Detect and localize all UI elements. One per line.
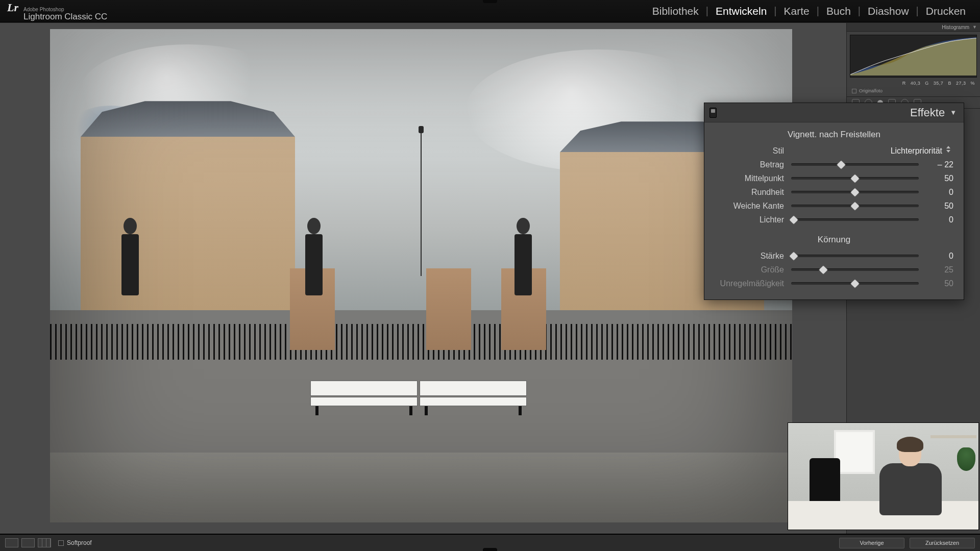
- panel-toggle-switch[interactable]: [709, 108, 717, 118]
- grain-slider-track[interactable]: [791, 282, 919, 285]
- histogram-readout: R 40,3 G 35,7 B 27,3 %: [847, 81, 980, 87]
- before-after-view-icon[interactable]: [21, 538, 35, 547]
- grain-slider-thumb[interactable]: [789, 251, 799, 261]
- vignette-slider-track[interactable]: [791, 218, 919, 221]
- collapse-icon: ▼: [972, 24, 977, 30]
- grain-slider-track[interactable]: [791, 268, 919, 271]
- vignette-slider-label: Betrag: [715, 160, 784, 169]
- vignette-slider-row: Betrag– 22: [715, 158, 953, 171]
- module-develop[interactable]: Entwickeln: [708, 5, 774, 17]
- vignette-slider-row: Weiche Kante50: [715, 199, 953, 213]
- module-picker: Bibliothek | Entwickeln | Karte | Buch |…: [645, 5, 973, 17]
- grain-slider-label: Stärke: [715, 252, 784, 261]
- vignette-slider-track[interactable]: [791, 163, 919, 166]
- compare-view-icon[interactable]: [38, 538, 51, 547]
- vignette-slider-label: Mittelpunkt: [715, 174, 784, 183]
- vignette-slider-value[interactable]: – 22: [926, 160, 953, 169]
- checkbox-icon: [58, 540, 64, 546]
- reset-button[interactable]: Zurücksetzen: [910, 538, 975, 548]
- vignette-slider-row: Mittelpunkt50: [715, 171, 953, 185]
- vignette-slider-track[interactable]: [791, 191, 919, 193]
- grain-slider-label: Unregelmäßigkeit: [715, 279, 784, 288]
- webcam-overlay: [788, 422, 979, 530]
- effects-panel-header[interactable]: Effekte ▼: [704, 103, 964, 122]
- grain-section-title: Körnung: [715, 232, 953, 249]
- app-logo: Lr: [7, 1, 18, 14]
- grain-slider-value[interactable]: 50: [926, 279, 953, 288]
- vignette-slider-value[interactable]: 50: [926, 202, 953, 211]
- vignette-slider-thumb[interactable]: [850, 187, 860, 197]
- vignette-slider-thumb[interactable]: [850, 201, 860, 211]
- vignette-slider-value[interactable]: 0: [926, 215, 953, 224]
- vignette-slider-value[interactable]: 0: [926, 188, 953, 197]
- filmstrip-handle[interactable]: [483, 548, 497, 551]
- grain-slider-value[interactable]: 25: [926, 265, 953, 274]
- grain-slider-row: Größe25: [715, 263, 953, 277]
- title-bar: Lr Adobe Photoshop Lightroom Classic CC …: [0, 0, 980, 22]
- vignette-slider-thumb[interactable]: [789, 215, 799, 225]
- collapse-icon: ▼: [950, 109, 957, 116]
- vignette-slider-label: Weiche Kante: [715, 202, 784, 211]
- vignette-slider-thumb[interactable]: [836, 160, 846, 170]
- module-slideshow[interactable]: Diashow: [861, 5, 916, 17]
- module-library[interactable]: Bibliothek: [645, 5, 706, 17]
- module-print[interactable]: Drucken: [919, 5, 973, 17]
- top-panel-handle[interactable]: [483, 0, 497, 3]
- vignette-slider-track[interactable]: [791, 177, 919, 180]
- histogram[interactable]: [850, 35, 977, 78]
- grain-slider-thumb[interactable]: [818, 265, 828, 275]
- grain-slider-value[interactable]: 0: [926, 252, 953, 261]
- brand-product: Lightroom Classic CC: [23, 12, 107, 21]
- brand: Lr Adobe Photoshop Lightroom Classic CC: [7, 1, 107, 21]
- softproof-label: Softproof: [67, 539, 92, 546]
- checkbox-icon: [852, 89, 856, 93]
- original-photo-toggle[interactable]: Originalfoto: [847, 87, 980, 96]
- vignette-slider-track[interactable]: [791, 205, 919, 207]
- previous-button[interactable]: Vorherige: [839, 538, 904, 548]
- effects-panel: Effekte ▼ Vignett. nach Freistellen Stil…: [704, 103, 964, 300]
- vignette-style-label: Stil: [715, 146, 784, 156]
- grain-slider-thumb[interactable]: [850, 279, 860, 289]
- grain-slider-track[interactable]: [791, 255, 919, 257]
- original-photo-label: Originalfoto: [859, 88, 883, 93]
- loupe-view-icon[interactable]: [5, 538, 18, 547]
- module-map[interactable]: Karte: [777, 5, 817, 17]
- vignette-slider-label: Lichter: [715, 215, 784, 224]
- module-book[interactable]: Buch: [819, 5, 858, 17]
- vignette-style-row[interactable]: Stil Lichterpriorität: [715, 144, 953, 158]
- vignette-slider-row: Rundheit0: [715, 185, 953, 199]
- grain-slider-row: Stärke0: [715, 249, 953, 263]
- view-mode-switcher: [5, 538, 51, 547]
- vignette-section-title: Vignett. nach Freistellen: [715, 127, 953, 144]
- histogram-header[interactable]: Histogramm ▼: [847, 23, 980, 32]
- photo-preview[interactable]: [50, 29, 792, 522]
- effects-panel-title: Effekte: [910, 106, 945, 119]
- vignette-slider-thumb[interactable]: [850, 173, 860, 184]
- histogram-title: Histogramm: [942, 24, 969, 30]
- grain-slider-label: Größe: [715, 265, 784, 274]
- vignette-slider-row: Lichter0: [715, 213, 953, 227]
- vignette-slider-value[interactable]: 50: [926, 174, 953, 183]
- vignette-slider-label: Rundheit: [715, 188, 784, 197]
- vignette-style-value[interactable]: Lichterpriorität: [789, 146, 953, 156]
- softproof-toggle[interactable]: Softproof: [58, 539, 92, 546]
- grain-slider-row: Unregelmäßigkeit50: [715, 277, 953, 290]
